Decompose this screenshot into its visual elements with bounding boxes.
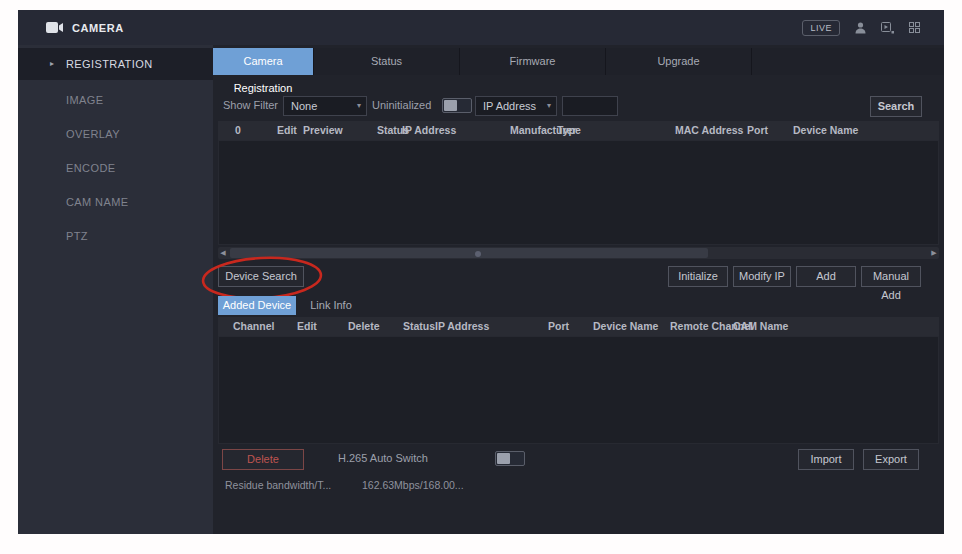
sidebar: ▸ REGISTRATION IMAGE OVERLAY ENCODE CAM … xyxy=(18,45,213,534)
page-title: CAMERA xyxy=(72,22,124,34)
bandwidth-value: 162.63Mbps/168.00... xyxy=(362,479,464,491)
col-count: 0 xyxy=(235,121,241,140)
scrollbar-grip xyxy=(475,251,481,257)
modify-ip-button[interactable]: Modify IP xyxy=(733,266,791,287)
col-edit: Edit xyxy=(277,121,297,140)
col-port: Port xyxy=(548,317,569,336)
col-device-name: Device Name xyxy=(593,317,658,336)
titlebar-actions: LIVE xyxy=(802,10,920,45)
sidebar-item-label: ENCODE xyxy=(66,162,115,174)
tab-status[interactable]: Status xyxy=(314,48,460,75)
uninitialized-toggle[interactable] xyxy=(442,98,472,113)
col-ip-address: IP Address xyxy=(435,317,489,336)
user-icon[interactable] xyxy=(855,22,866,34)
tab-strip: Camera Registration Status Firmware Upgr… xyxy=(213,48,944,75)
sidebar-item-cam-name[interactable]: CAM NAME xyxy=(18,185,213,219)
grid-icon[interactable] xyxy=(909,22,920,33)
search-button[interactable]: Search xyxy=(870,96,922,117)
search-input[interactable] xyxy=(562,96,618,116)
active-bullet-icon: ▸ xyxy=(50,48,54,80)
filter-select-value: None xyxy=(291,100,317,112)
added-table-header: Channel Edit Delete Status IP Address Po… xyxy=(218,317,939,336)
uninitialized-label: Uninitialized xyxy=(372,99,431,111)
main-content: Camera Registration Status Firmware Upgr… xyxy=(213,45,944,534)
added-table-body xyxy=(218,336,939,444)
sidebar-item-image[interactable]: IMAGE xyxy=(18,83,213,117)
col-mac-address: MAC Address xyxy=(675,121,743,140)
col-device-name: Device Name xyxy=(793,121,858,140)
col-preview: Preview xyxy=(303,121,343,140)
device-table-body xyxy=(218,140,939,245)
window-body: ▸ REGISTRATION IMAGE OVERLAY ENCODE CAM … xyxy=(18,45,944,534)
sidebar-item-label: REGISTRATION xyxy=(66,58,153,70)
sidebar-item-label: OVERLAY xyxy=(66,128,120,140)
horizontal-scrollbar[interactable]: ◀ ▶ xyxy=(218,247,939,259)
h265-auto-switch-label: H.265 Auto Switch xyxy=(338,452,428,464)
col-port: Port xyxy=(747,121,768,140)
filter-select[interactable]: None ▾ xyxy=(283,96,367,116)
tab-camera-registration[interactable]: Camera Registration xyxy=(213,48,314,75)
col-cam-name: CAM Name xyxy=(733,317,788,336)
sidebar-item-label: CAM NAME xyxy=(66,196,128,208)
sidebar-item-label: PTZ xyxy=(66,230,88,242)
search-field-select[interactable]: IP Address ▾ xyxy=(475,96,557,116)
camera-icon xyxy=(46,22,63,33)
scrollbar-thumb[interactable] xyxy=(230,248,708,258)
device-search-button[interactable]: Device Search xyxy=(218,266,304,287)
toggle-knob xyxy=(444,100,457,111)
bandwidth-label: Residue bandwidth/T... xyxy=(225,479,331,491)
sidebar-item-overlay[interactable]: OVERLAY xyxy=(18,117,213,151)
sidebar-item-ptz[interactable]: PTZ xyxy=(18,219,213,253)
chevron-down-icon: ▾ xyxy=(357,97,361,115)
toggle-knob xyxy=(497,453,510,464)
scroll-left-icon[interactable]: ◀ xyxy=(218,247,228,259)
import-button[interactable]: Import xyxy=(798,449,854,470)
add-button[interactable]: Add xyxy=(796,266,856,287)
chevron-down-icon: ▾ xyxy=(547,97,551,115)
live-button[interactable]: LIVE xyxy=(802,20,840,36)
show-filter-label: Show Filter xyxy=(223,99,278,111)
col-type: Type xyxy=(557,121,581,140)
playback-icon[interactable] xyxy=(881,22,894,34)
tab-firmware[interactable]: Firmware xyxy=(460,48,606,75)
col-ip-address: IP Address xyxy=(402,121,456,140)
tab-added-device[interactable]: Added Device xyxy=(218,296,296,315)
initialize-button[interactable]: Initialize xyxy=(668,266,728,287)
col-edit: Edit xyxy=(297,317,317,336)
app-window: CAMERA LIVE ▸ REGISTRATION IMAGE OVERLAY… xyxy=(18,10,944,534)
scroll-right-icon[interactable]: ▶ xyxy=(929,247,939,259)
col-channel: Channel xyxy=(233,317,274,336)
h265-auto-switch-toggle[interactable] xyxy=(495,451,525,466)
sidebar-item-registration[interactable]: ▸ REGISTRATION xyxy=(18,48,213,80)
search-field-value: IP Address xyxy=(483,100,536,112)
delete-button[interactable]: Delete xyxy=(222,449,304,470)
export-button[interactable]: Export xyxy=(863,449,919,470)
tab-upgrade[interactable]: Upgrade xyxy=(606,48,752,75)
col-status: Status xyxy=(403,317,435,336)
sidebar-item-label: IMAGE xyxy=(66,94,103,106)
title-bar: CAMERA LIVE xyxy=(18,10,944,45)
tab-link-info[interactable]: Link Info xyxy=(301,296,361,315)
col-delete: Delete xyxy=(348,317,380,336)
device-table-header: 0 Edit Preview Status IP Address Manufac… xyxy=(218,121,939,140)
sidebar-item-encode[interactable]: ENCODE xyxy=(18,151,213,185)
manual-add-button[interactable]: Manual Add xyxy=(861,266,921,287)
